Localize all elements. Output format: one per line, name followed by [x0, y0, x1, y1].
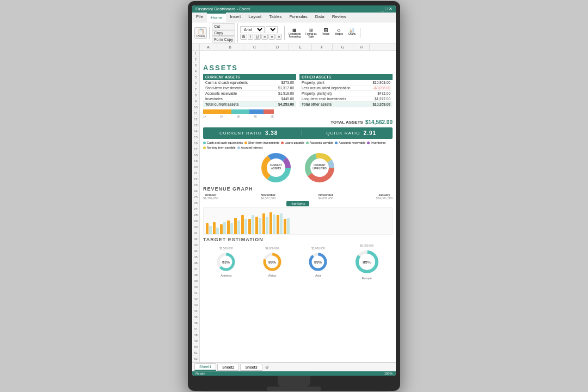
zoom-indicator: 100%: [384, 372, 393, 375]
row-num-43: 43: [192, 302, 199, 308]
africa-donut-svg: 80%: [261, 251, 283, 273]
conditional-format-button[interactable]: ▦ Conditional Formatting: [287, 28, 302, 39]
sheet-tab-2[interactable]: Sheet2: [217, 364, 239, 371]
tab-data[interactable]: Data: [311, 13, 328, 22]
svg-text:80%: 80%: [268, 260, 277, 264]
font-group: Arial 11 B I U ≡ ≡ ≡: [240, 26, 285, 40]
row-num-21: 21: [192, 170, 199, 176]
align-right-button[interactable]: ≡: [275, 34, 282, 40]
row-num-36: 36: [192, 260, 199, 266]
total-assets-row: TOTAL ASSETS $14,562.00: [203, 119, 393, 125]
bar-6: [241, 215, 247, 234]
row-num-31: 31: [192, 230, 199, 236]
svg-text:CURRENT: CURRENT: [270, 164, 282, 167]
row-num-38: 38: [192, 272, 199, 278]
row-num-42: 42: [192, 296, 199, 302]
row-num-17: 17: [192, 146, 199, 152]
bar-4: [227, 220, 233, 234]
monitor-outer: Financial Dashboard - Excel _ □ ✕ File H…: [188, 1, 400, 391]
row-num-50: 50: [192, 344, 199, 350]
row-num-11: 11: [192, 111, 199, 117]
row-num-13: 13: [192, 122, 199, 128]
bar-1: [206, 223, 212, 234]
bar-10: [270, 212, 275, 234]
revenue-months: October $1,309,450 November $4,501,500 N…: [203, 193, 393, 200]
month-nov2: November $4,001,450: [318, 193, 334, 200]
row-depreciation: Less accumulated depreciation -$3,098.00: [299, 85, 393, 91]
row-receivable: Accounts receivable $1,918.00: [203, 91, 296, 96]
shapes-button[interactable]: ◇ Shapes: [333, 28, 345, 39]
row-num-19: 19: [192, 158, 199, 164]
month-jan: January $24,001,000: [376, 193, 393, 200]
other-assets-table: OTHER ASSETS Property, plant $10,963.00 …: [299, 74, 393, 107]
tab-file[interactable]: File: [192, 13, 207, 22]
col-header-c: C: [243, 44, 266, 50]
legend-investments: Short-term investments: [244, 141, 279, 144]
row-num-26: 26: [192, 200, 199, 206]
bar-12: [284, 218, 290, 234]
row-inventories: Inventories $445.00: [203, 96, 296, 102]
italic-button[interactable]: I: [248, 34, 253, 40]
row-num-24: 24: [192, 188, 199, 194]
legend-inventories: Inventories: [367, 141, 385, 144]
row-num-35: 35: [192, 254, 199, 260]
current-assets-table: CURRENT ASSETS Cash and cash equivalents…: [203, 74, 296, 107]
size-select[interactable]: 11: [266, 26, 278, 33]
current-liabilities-donut: CURRENT LIABILITIES: [303, 151, 336, 184]
form-copy-button[interactable]: Form Copy: [212, 36, 235, 42]
paste-button[interactable]: 📋 Paste: [194, 27, 207, 39]
row-num-1: 1: [192, 51, 199, 57]
tab-tables[interactable]: Tables: [265, 13, 285, 22]
row-num-27: 27: [192, 206, 199, 212]
legend-accounts-payable: Accounts payable: [306, 141, 333, 144]
bar-9: [262, 213, 268, 234]
bold-button[interactable]: B: [240, 34, 247, 40]
picture-button[interactable]: 🖼 Picture: [320, 28, 332, 39]
europe-donut-svg: 85%: [353, 248, 381, 275]
monitor-base: [267, 387, 321, 391]
tab-home[interactable]: Home: [207, 13, 226, 22]
add-sheet-button[interactable]: ⊕: [264, 364, 271, 370]
highlights-button[interactable]: Highlights: [286, 201, 309, 206]
row-num-12: 12: [192, 117, 199, 122]
align-center-button[interactable]: ≡: [268, 34, 275, 40]
row-num-20: 20: [192, 164, 199, 170]
col-header-a: A: [200, 44, 217, 50]
format-table-button[interactable]: ⊞ Format as Table: [303, 28, 318, 39]
assets-tables: CURRENT ASSETS Cash and cash equivalents…: [203, 74, 393, 107]
bar-2: [213, 222, 219, 234]
other-assets-header: OTHER ASSETS: [299, 74, 393, 80]
tab-review[interactable]: Review: [328, 13, 350, 22]
row-num-6: 6: [192, 81, 199, 87]
tab-layout[interactable]: Layout: [244, 13, 265, 22]
cut-button[interactable]: Cut: [212, 23, 235, 29]
bar-7: [248, 215, 254, 234]
charts-button[interactable]: 📊 Charts: [346, 28, 358, 39]
copy-button[interactable]: Copy: [212, 30, 235, 36]
sheet-tab-3[interactable]: Sheet3: [240, 364, 262, 371]
tab-insert[interactable]: Insert: [226, 13, 244, 22]
row-num-52: 52: [192, 356, 199, 362]
target-europe: $6,000,000 85% Europe: [353, 244, 381, 280]
format-group: ▦ Conditional Formatting ⊞ Format as Tab…: [287, 28, 360, 39]
ratio-banner: CURRENT RATIO 3.38 QUICK RATIO 2.91: [203, 127, 393, 139]
col-header-f: F: [312, 44, 333, 50]
align-left-button[interactable]: ≡: [261, 34, 268, 40]
sheet-tab-1[interactable]: Sheet1: [194, 363, 216, 371]
underline-button[interactable]: U: [254, 34, 261, 40]
target-section: TARGET ESTIMATION $2,500,000 63%: [203, 237, 393, 280]
legend-loans: Loans payable: [281, 141, 304, 144]
col-header-h: H: [353, 44, 370, 50]
assets-title: ASSETS: [203, 64, 393, 72]
tab-formulas[interactable]: Formulas: [285, 13, 311, 22]
app-title: Financial Dashboard - Excel: [195, 7, 250, 11]
row-total-current: Total current assets $4,253.00: [203, 102, 296, 107]
america-sales: $2,500,000: [219, 247, 233, 250]
row-num-45: 45: [192, 314, 199, 320]
font-select[interactable]: Arial: [240, 26, 265, 33]
row-num-8: 8: [192, 93, 199, 99]
row-num-3: 3: [192, 63, 199, 69]
chart-legend: Cash and cash equivalents Short-term inv…: [203, 141, 393, 149]
window-controls: _ □ ✕: [381, 7, 393, 11]
row-num-5: 5: [192, 75, 199, 81]
